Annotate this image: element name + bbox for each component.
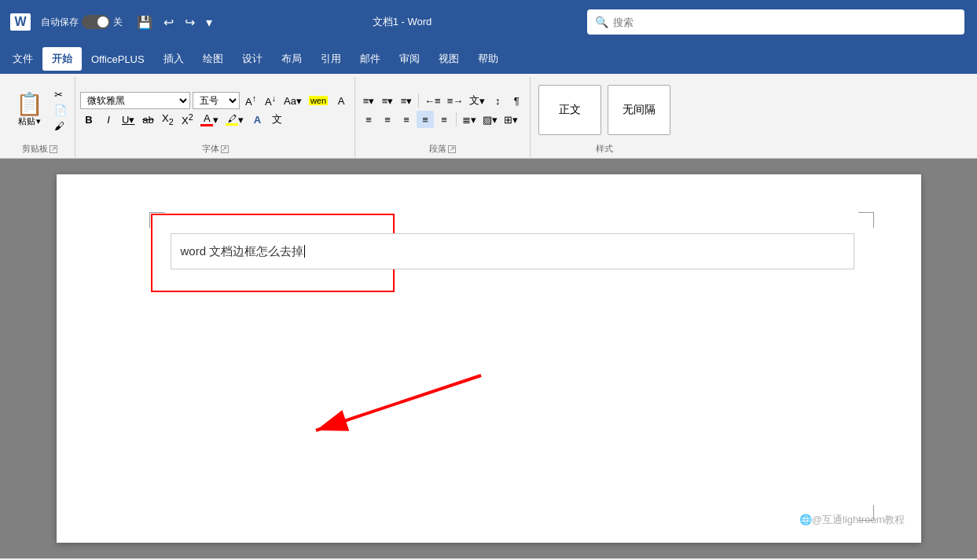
highlight-text-button[interactable]: wen [307,92,330,109]
autosave-toggle[interactable] [82,15,110,29]
text-effects-icon: A [254,114,261,126]
show-marks-icon: ¶ [514,95,520,107]
styles-content: 正文 无间隔 [535,79,674,141]
shading-button[interactable]: ▨ ▾ [480,111,500,128]
char-spacing-button[interactable]: Aa▾ [281,92,304,109]
line-spacing-icon: ≣ [462,114,471,126]
svg-line-1 [316,375,481,430]
highlight-color-bar [226,123,238,126]
paragraph-expander[interactable]: ↗ [448,145,456,153]
watermark-text: 🌐@互通lightroom教程 [799,513,905,527]
justify-button[interactable]: ≡ [417,111,434,128]
increase-indent-icon: ≡→ [447,95,464,107]
menu-references[interactable]: 引用 [311,47,351,71]
decrease-indent-button[interactable]: ←≡ [422,92,443,109]
search-icon: 🔍 [595,16,608,28]
line-spacing-button[interactable]: ≣▾ [460,111,479,128]
bullet-list-button[interactable]: ≡▾ [360,92,377,109]
sort-button[interactable]: ↕ [489,92,506,109]
underline-icon: U [122,114,129,126]
document-area: word 文档边框怎么去掉 🌐@互通lightroom教程 [0,159,977,558]
align-center-button[interactable]: ≡ [379,111,396,128]
menu-draw[interactable]: 绘图 [193,47,233,71]
menu-insert[interactable]: 插入 [154,47,193,71]
menu-officeplus[interactable]: OfficePLUS [82,49,154,70]
distributed-button[interactable]: ≡ [435,111,453,128]
format-painter-icon: 🖌 [54,120,64,132]
style-normal[interactable]: 正文 [538,85,601,135]
copy-button[interactable]: 📄 [51,103,70,118]
font-size-select[interactable]: 五号 [193,92,240,109]
menu-mailings[interactable]: 邮件 [351,47,390,71]
search-input[interactable] [613,16,957,28]
paste-label: 粘贴▾ [18,115,41,127]
chinese-layout-button[interactable]: 文▾ [467,92,487,109]
menu-layout[interactable]: 布局 [272,47,311,71]
align-left-icon: ≡ [365,114,372,126]
format-painter-button[interactable]: 🖌 [51,119,70,134]
show-marks-button[interactable]: ¶ [508,92,525,109]
menu-review[interactable]: 审阅 [390,47,429,71]
border-icon: ⊞ [504,114,512,126]
menu-file[interactable]: 文件 [3,47,42,71]
menu-help[interactable]: 帮助 [468,47,508,71]
text-highlight-icon: 🖍 [228,114,237,123]
font-rows: 微软雅黑 五号 A↑ A↓ Aa▾ wen [80,92,350,128]
bullet-icon: ≡ [363,95,369,107]
search-bar[interactable]: 🔍 [587,9,964,35]
align-right-button[interactable]: ≡ [398,111,415,128]
paste-button[interactable]: 📋 粘贴▾ [9,90,50,130]
clear-format-icon: A [338,95,345,107]
cut-button[interactable]: ✂ [51,87,70,102]
multilevel-list-button[interactable]: ≡▾ [398,92,415,109]
superscript-button[interactable]: X2 [178,111,196,128]
font-color-button[interactable]: A ▾ [198,111,221,128]
italic-icon: I [107,114,110,126]
style-no-spacing[interactable]: 无间隔 [608,85,670,135]
phonetic-guide-button[interactable]: 文 [268,111,285,128]
numbered-list-button[interactable]: ≡▾ [379,92,396,109]
italic-button[interactable]: I [100,111,117,128]
menu-design[interactable]: 设计 [233,47,272,71]
clear-format-button[interactable]: A [332,92,350,109]
font-color-icon: A [204,112,211,124]
increase-indent-button[interactable]: ≡→ [445,92,466,109]
subscript-button[interactable]: X2 [159,111,176,128]
save-button[interactable]: 💾 [132,12,157,33]
text-effects-button[interactable]: A [248,111,266,128]
border-button[interactable]: ⊞▾ [501,111,520,128]
shading-icon: ▨ [483,114,492,126]
text-highlight-button[interactable]: 🖍 ▾ [223,111,246,128]
font-name-select[interactable]: 微软雅黑 [80,92,190,109]
grow-font-icon: A↑ [245,93,256,108]
para-row-1: ≡▾ ≡▾ ≡▾ ←≡ ≡→ 文▾ [360,92,525,109]
style-normal-label: 正文 [559,103,581,117]
bold-icon: B [85,114,92,126]
toggle-state-label: 关 [113,16,123,29]
sep2 [456,112,457,126]
undo-button[interactable]: ↩ [159,12,178,33]
shrink-font-button[interactable]: A↓ [262,92,279,109]
clipboard-expander[interactable]: ↗ [50,145,57,153]
grow-font-button[interactable]: A↑ [242,92,259,109]
font-expander[interactable]: ↗ [221,145,229,153]
para-row-2: ≡ ≡ ≡ ≡ ≡ ≣▾ [360,111,525,128]
paragraph-label: 段落 ↗ [429,141,456,158]
superscript-icon: X2 [182,112,193,126]
document-page[interactable]: word 文档边框怎么去掉 🌐@互通lightroom教程 [57,174,921,543]
word-logo: W [6,8,35,36]
menu-home[interactable]: 开始 [42,47,82,71]
align-left-button[interactable]: ≡ [360,111,377,128]
char-spacing-icon: Aa▾ [284,95,302,107]
bold-button[interactable]: B [80,111,97,128]
customize-qat-button[interactable]: ▾ [201,12,217,33]
redo-button[interactable]: ↪ [180,12,200,33]
autosave-area: 自动保存 关 [41,15,123,29]
chinese-layout-icon: 文 [469,93,479,108]
document-text-field[interactable]: word 文档边框怎么去掉 [171,233,854,269]
paste-icon: 📋 [16,93,43,115]
paragraph-content: ≡▾ ≡▾ ≡▾ ←≡ ≡→ 文▾ [360,79,525,141]
strikethrough-button[interactable]: ab [139,111,156,128]
menu-view[interactable]: 视图 [429,47,468,71]
underline-button[interactable]: U▾ [119,111,137,128]
